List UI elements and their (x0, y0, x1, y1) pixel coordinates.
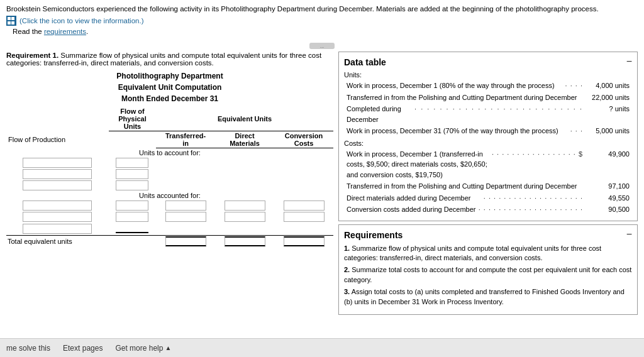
divider-handle[interactable]: ... (309, 43, 335, 49)
unit4-value: 5,000 units (586, 126, 630, 136)
cost1-label: Work in process, December 1 (transferred… (347, 149, 489, 180)
table-row-accounted1 (6, 200, 333, 211)
unit2-value: 22,000 units (586, 92, 630, 103)
accounted-row2-ti[interactable] (165, 212, 206, 222)
data-row-unit3: Completed during December · · · · · · · … (344, 103, 632, 125)
data-row-unit2: Transferred in from the Polishing and Cu… (344, 92, 632, 104)
computation-table: Flow of Physical Units Equivalent Units … (6, 107, 333, 247)
data-table-title: Data table (344, 57, 632, 67)
account-row1-phys[interactable] (116, 158, 148, 168)
req-num-1: 1. (344, 244, 350, 252)
read-row: Read the requirements. (13, 28, 638, 35)
th-conversion-costs: Conversion Costs (274, 131, 333, 148)
read-prefix: Read the (13, 28, 42, 35)
data-row-cost1: Work in process, December 1 (transferred… (344, 148, 632, 181)
header-text: Brookstein Semiconductors experienced th… (6, 4, 638, 14)
units-section-label: Units: (344, 71, 632, 79)
req-text-2: Summarize total costs to account for and… (344, 266, 631, 283)
th-direct-materials: Direct Materials (215, 131, 274, 148)
etext-pages-button[interactable]: Etext pages (63, 344, 103, 353)
cost4-dots: · · · · · · · · · · · · · · · · · · · · … (479, 204, 583, 215)
th-equiv-units: Equivalent Units (156, 107, 333, 131)
cost3-value: 49,550 (586, 193, 630, 204)
account-row2-phys[interactable] (116, 169, 148, 179)
left-panel: Requirement 1. Summarize flow of physica… (6, 52, 333, 315)
read-suffix: . (86, 28, 88, 35)
th-flow-of-production (6, 107, 109, 131)
requirements-panel-title: Requirements (344, 230, 632, 240)
total-ti[interactable] (165, 236, 206, 246)
req-item-2: 2. Summarize total costs to account for … (344, 265, 632, 285)
accounted-row3-prod[interactable] (23, 224, 92, 234)
data-table-close[interactable]: − (626, 56, 632, 67)
total-cc[interactable] (284, 236, 325, 246)
chevron-up-icon: ▲ (165, 344, 171, 351)
data-row-unit4: Work in process, December 31 (70% of the… (344, 125, 632, 137)
table-row-total: Total equivalent units (6, 236, 333, 248)
unit1-label: Work in process, December 1 (80% of the … (347, 80, 563, 91)
table-title2: Equivalent Unit Computation (6, 82, 333, 93)
data-row-cost3: Direct materials added during December ·… (344, 192, 632, 204)
unit2-label: Transferred in from the Polishing and Cu… (347, 92, 580, 103)
table-title3: Month Ended December 31 (6, 93, 333, 104)
table-row-account2 (6, 168, 333, 180)
icon-row: (Click the icon to view the information.… (6, 16, 638, 26)
accounted-row1-ti[interactable] (165, 200, 206, 211)
bottom-bar: me solve this Etext pages Get more help … (0, 338, 644, 357)
get-more-help-button[interactable]: Get more help ▲ (115, 344, 171, 353)
cost4-label: Conversion costs added during December (347, 204, 476, 215)
accounted-row1-phys[interactable] (116, 200, 148, 211)
th-transferred-in: Transferred- in (156, 131, 215, 148)
req-text-1: Summarize flow of physical units and com… (344, 244, 601, 261)
solve-this-button[interactable]: me solve this (6, 344, 50, 353)
requirements-panel: − Requirements 1. Summarize flow of phys… (338, 224, 638, 315)
unit4-label: Work in process, December 31 (70% of the… (347, 126, 568, 136)
account-row3-phys[interactable] (116, 180, 148, 190)
accounted-row1-dm[interactable] (225, 200, 265, 211)
accounted-row2-cc[interactable] (284, 212, 325, 222)
cost3-label: Direct materials added during December (347, 193, 481, 204)
unit3-value: ? units (586, 104, 630, 114)
total-dm[interactable] (225, 236, 265, 246)
th-flow-label: Flow of Production (6, 131, 109, 148)
accounted-row2-dm[interactable] (225, 212, 265, 222)
table-row-accounted3 (6, 222, 333, 236)
section-account-for: Units to account for: (6, 148, 333, 158)
account-row2-prod[interactable] (23, 169, 92, 179)
accounted-row1-cc[interactable] (284, 200, 325, 211)
account-row1-prod[interactable] (23, 158, 92, 168)
unit1-value: 4,000 units (586, 80, 630, 91)
accounted-row2-phys[interactable] (116, 212, 148, 222)
requirements-panel-close[interactable]: − (626, 229, 632, 240)
section-accounted-for: Units accounted for: (6, 191, 333, 200)
accounted-row1-prod[interactable] (23, 200, 92, 211)
table-row-account3 (6, 180, 333, 191)
th-flow-of: Flow of Physical Units (109, 107, 156, 131)
divider-bar: ... (0, 40, 644, 52)
data-row-cost4: Conversion costs added during December ·… (344, 204, 632, 216)
more-help-label: Get more help (115, 344, 163, 353)
cost4-value: 90,500 (586, 204, 630, 215)
account-row3-prod[interactable] (23, 180, 92, 190)
main-content: Requirement 1. Summarize flow of physica… (0, 52, 644, 315)
cost1-dots: · · · · · · · · · · · · · · · · · $ (492, 149, 583, 160)
requirement1-text: Requirement 1. Summarize flow of physica… (6, 52, 333, 67)
requirements-link[interactable]: requirements (44, 28, 86, 35)
unit4-dots: · · · (570, 126, 583, 136)
grid-icon[interactable] (6, 16, 16, 26)
cost2-value: 97,100 (586, 181, 630, 192)
accounted-row3-phys-underline[interactable] (116, 223, 148, 233)
req-num-3: 3. (344, 288, 350, 295)
req-num-2: 2. (344, 266, 350, 273)
icon-label: (Click the icon to view the information.… (19, 17, 144, 25)
data-table-panel: − Data table Units: Work in process, Dec… (338, 52, 638, 221)
unit1-dots: · · · · (565, 80, 583, 91)
costs-section-label: Costs: (344, 140, 632, 147)
table-title1: Photolithography Department (6, 70, 333, 82)
req-item-1: 1. Summarize flow of physical units and … (344, 244, 632, 263)
req-text-3: Assign total costs to (a) units complete… (344, 288, 625, 305)
accounted-row2-prod[interactable] (23, 212, 92, 222)
top-section: Brookstein Semiconductors experienced th… (0, 0, 644, 40)
table-row-account1 (6, 157, 333, 168)
unit3-label: Completed during December (347, 104, 412, 124)
